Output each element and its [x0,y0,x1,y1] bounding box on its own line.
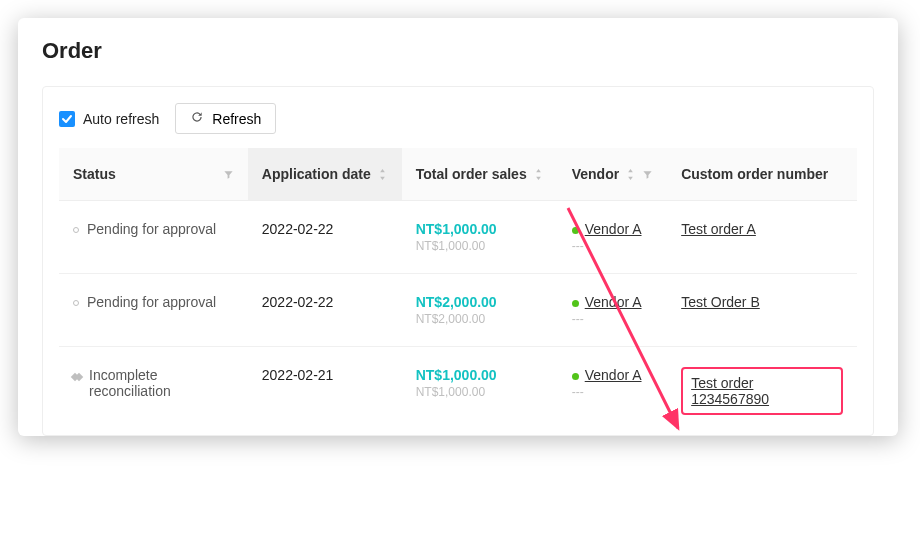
refresh-label: Refresh [212,111,261,127]
amount-primary: NT$2,000.00 [416,294,544,310]
status-text: Incomplete reconciliation [89,367,234,399]
vendor-sub: --- [572,385,653,399]
custom-order-cell: Test Order B [667,274,857,347]
amount-primary: NT$1,000.00 [416,221,544,237]
vendor-cell: Vendor A--- [558,201,667,274]
status-cell: Incomplete reconciliation [59,347,248,436]
vendor-status-dot-icon [572,227,579,234]
auto-refresh-checkbox[interactable]: Auto refresh [59,111,159,127]
sort-icon[interactable] [625,169,636,180]
vendor-sub: --- [572,312,653,326]
amount-cell: NT$1,000.00NT$1,000.00 [402,347,558,436]
vendor-cell: Vendor A--- [558,274,667,347]
status-dot-icon [73,227,79,233]
order-card: Order Auto refresh Refresh [18,18,898,436]
col-vendor-label: Vendor [572,166,619,182]
orders-table: Status Application date [59,148,857,435]
amount-secondary: NT$2,000.00 [416,312,544,326]
date-cell: 2022-02-21 [248,347,402,436]
table-row[interactable]: Pending for approval2022-02-22NT$1,000.0… [59,201,857,274]
custom-order-link[interactable]: Test order A [681,221,756,237]
status-cell: Pending for approval [59,274,248,347]
vendor-cell: Vendor A--- [558,347,667,436]
status-cell: Pending for approval [59,201,248,274]
filter-icon[interactable] [223,169,234,180]
amount-cell: NT$1,000.00NT$1,000.00 [402,201,558,274]
table-row[interactable]: Incomplete reconciliation2022-02-21NT$1,… [59,347,857,436]
toolbar: Auto refresh Refresh [59,103,857,134]
sort-icon[interactable] [377,169,388,180]
vendor-status-dot-icon [572,300,579,307]
custom-order-cell: Test order 1234567890 [667,347,857,436]
vendor-sub: --- [572,239,653,253]
col-status-label: Status [73,166,116,182]
auto-refresh-label: Auto refresh [83,111,159,127]
col-custom-order-number-label: Custom order number [681,166,828,182]
amount-primary: NT$1,000.00 [416,367,544,383]
custom-order-link[interactable]: Test Order B [681,294,760,310]
status-text: Pending for approval [87,294,216,310]
sort-icon[interactable] [533,169,544,180]
filter-icon[interactable] [642,169,653,180]
col-application-date[interactable]: Application date [248,148,402,201]
col-application-date-label: Application date [262,166,371,182]
vendor-status-dot-icon [572,373,579,380]
table-row[interactable]: Pending for approval2022-02-22NT$2,000.0… [59,274,857,347]
col-total-sales[interactable]: Total order sales [402,148,558,201]
col-custom-order-number[interactable]: Custom order number [667,148,857,201]
refresh-button[interactable]: Refresh [175,103,276,134]
amount-secondary: NT$1,000.00 [416,385,544,399]
date-cell: 2022-02-22 [248,201,402,274]
vendor-link[interactable]: Vendor A [585,367,642,383]
page-title: Order [42,38,874,64]
amount-cell: NT$2,000.00NT$2,000.00 [402,274,558,347]
col-vendor[interactable]: Vendor [558,148,667,201]
date-cell: 2022-02-22 [248,274,402,347]
vendor-link[interactable]: Vendor A [585,294,642,310]
refresh-icon [190,110,204,127]
check-icon [59,111,75,127]
status-dot-icon [73,300,79,306]
custom-order-cell: Test order A [667,201,857,274]
vendor-link[interactable]: Vendor A [585,221,642,237]
custom-order-link[interactable]: Test order 1234567890 [691,375,769,407]
annotation-highlight-box: Test order 1234567890 [681,367,843,415]
col-status[interactable]: Status [59,148,248,201]
status-dot-icon [73,373,81,381]
status-text: Pending for approval [87,221,216,237]
amount-secondary: NT$1,000.00 [416,239,544,253]
col-total-sales-label: Total order sales [416,166,527,182]
table-panel: Auto refresh Refresh Status [42,86,874,436]
